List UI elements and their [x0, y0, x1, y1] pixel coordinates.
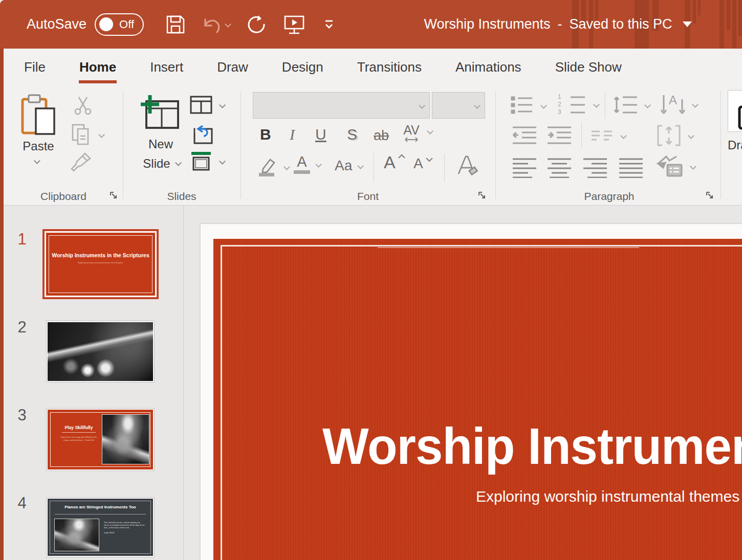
bullets-button[interactable]: [511, 95, 546, 116]
paste-dropdown-chevron[interactable]: [34, 158, 40, 164]
section-dropdown-chevron[interactable]: [219, 158, 226, 165]
font-color-chevron[interactable]: [315, 161, 322, 168]
document-title[interactable]: Worship Instruments - Saved to this PC: [394, 0, 722, 49]
shrink-font-button[interactable]: A: [413, 156, 433, 171]
align-right-button[interactable]: [582, 156, 608, 178]
highlight-color-icon: [256, 155, 278, 178]
font-name-combobox[interactable]: [253, 92, 430, 119]
reset-slide-button[interactable]: [190, 124, 214, 145]
font-size-chevron[interactable]: [474, 102, 481, 109]
font-dialog-launcher[interactable]: [477, 190, 487, 200]
tab-animations[interactable]: Animations: [439, 49, 538, 86]
text-shadow-button[interactable]: S: [347, 126, 357, 143]
justify-button[interactable]: [618, 156, 644, 178]
bold-button[interactable]: B: [260, 126, 271, 143]
paste-clipboard-icon: [18, 93, 57, 138]
columns-icon: [591, 129, 614, 142]
align-center-button[interactable]: [547, 156, 572, 178]
tab-slideshow[interactable]: Slide Show: [538, 49, 639, 86]
paragraph-group-label: Paragraph: [499, 190, 719, 203]
layout-dropdown-chevron[interactable]: [219, 102, 226, 108]
section-button[interactable]: [189, 150, 225, 172]
dialog-launcher-icon: [477, 190, 487, 200]
slide-border-decoration: [49, 235, 152, 293]
slide-1-subtitle: Exploring worship instrumental themes fr…: [67, 262, 134, 264]
new-slide-label-line2: Slide: [131, 156, 182, 171]
smartart-chevron[interactable]: [690, 163, 696, 170]
slide-subtitle-text[interactable]: Exploring worship instrumental themes: [476, 488, 739, 505]
undo-dropdown-chevron[interactable]: [225, 21, 231, 28]
tab-file[interactable]: File: [7, 49, 62, 86]
bullets-chevron[interactable]: [540, 102, 547, 109]
slide-1-number: 1: [13, 230, 31, 249]
redo-icon: [246, 14, 267, 35]
cut-button[interactable]: [73, 95, 93, 116]
slide-1-thumbnail[interactable]: Worship Instruments in the Scriptures Ex…: [42, 229, 159, 299]
clear-formatting-button[interactable]: [453, 153, 480, 178]
undo-icon: [201, 14, 223, 35]
slide-2-thumbnail[interactable]: [46, 321, 155, 383]
title-dropdown-icon[interactable]: [683, 21, 692, 27]
autosave-toggle[interactable]: Off: [95, 13, 144, 36]
slide-editor-canvas[interactable]: Worship Instruments in Exploring worship…: [201, 224, 742, 560]
customize-qat-button[interactable]: [321, 18, 337, 31]
columns-button[interactable]: [591, 129, 626, 142]
highlight-color-button[interactable]: [256, 155, 289, 178]
align-text-button[interactable]: [656, 124, 693, 147]
decrease-indent-button[interactable]: [512, 125, 537, 146]
character-spacing-button[interactable]: AV: [401, 124, 432, 143]
slide-title-text[interactable]: Worship Instruments in: [322, 417, 742, 476]
redo-button[interactable]: [246, 14, 267, 35]
italic-button[interactable]: I: [290, 126, 295, 143]
columns-chevron[interactable]: [620, 132, 627, 139]
new-slide-button[interactable]: [138, 93, 182, 133]
slide-4-bullet-2: Isaiah 38:20: [104, 531, 145, 534]
line-spacing-chevron[interactable]: [644, 102, 651, 108]
highlight-color-chevron[interactable]: [283, 164, 290, 170]
character-spacing-chevron[interactable]: [427, 128, 433, 135]
clear-formatting-icon: [453, 153, 480, 178]
align-text-chevron[interactable]: [688, 132, 694, 139]
layout-button[interactable]: [189, 95, 225, 115]
save-button[interactable]: [165, 14, 186, 35]
text-direction-chevron[interactable]: [692, 101, 699, 108]
tab-home[interactable]: Home: [62, 49, 133, 86]
tab-draw[interactable]: Draw: [200, 49, 265, 86]
start-slideshow-button[interactable]: [282, 14, 306, 35]
slide-4-bullet-1: The Lord will save me, and we will play …: [104, 521, 145, 529]
paste-button[interactable]: [18, 93, 57, 138]
line-spacing-button[interactable]: [613, 93, 650, 117]
format-painter-button[interactable]: [70, 151, 94, 174]
slide-3-thumbnail[interactable]: Play Skillfully Sing to him a new song; …: [46, 408, 155, 471]
titlebar: AutoSave Off: [0, 0, 742, 49]
convert-smartart-button[interactable]: [656, 154, 695, 178]
thumbnail-panel-divider[interactable]: [183, 206, 184, 560]
copy-button[interactable]: [71, 123, 104, 146]
undo-button[interactable]: [201, 14, 230, 35]
group-separator: [123, 91, 123, 199]
text-direction-arrow: [679, 93, 686, 116]
increase-indent-button[interactable]: [547, 125, 572, 146]
paragraph-dialog-launcher[interactable]: [705, 190, 715, 200]
clipboard-dialog-launcher[interactable]: [108, 190, 119, 200]
grow-font-button[interactable]: A: [384, 153, 406, 171]
tab-insert[interactable]: Insert: [133, 49, 200, 86]
tab-transitions[interactable]: Transitions: [340, 49, 439, 86]
font-color-button[interactable]: A: [294, 154, 321, 174]
numbering-chevron[interactable]: [593, 101, 600, 108]
tab-design[interactable]: Design: [265, 49, 340, 86]
copy-dropdown-chevron[interactable]: [98, 131, 105, 138]
strikethrough-button[interactable]: ab: [374, 128, 389, 144]
change-case-chevron[interactable]: [357, 163, 364, 169]
font-size-combobox[interactable]: [432, 92, 485, 119]
change-case-button[interactable]: Aa: [335, 158, 363, 174]
autosave-control[interactable]: AutoSave Off: [27, 13, 144, 36]
underline-button[interactable]: U: [315, 126, 326, 143]
shape-gallery-tile[interactable]: [728, 90, 742, 132]
increase-indent-icon: [547, 125, 572, 146]
font-name-chevron[interactable]: [419, 102, 425, 109]
align-left-button[interactable]: [512, 156, 537, 178]
text-direction-button[interactable]: A: [660, 93, 697, 116]
numbering-button[interactable]: 1 2 3: [558, 93, 599, 116]
slide-4-thumbnail[interactable]: Pianos are Stringed Instruments Too The …: [46, 497, 155, 557]
